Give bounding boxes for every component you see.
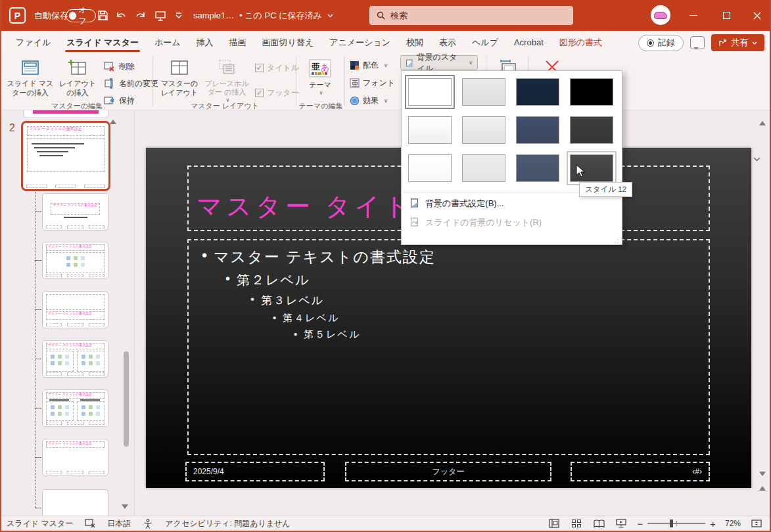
bg-style-swatch[interactable] <box>513 151 563 185</box>
mini-content-icon <box>58 361 62 365</box>
slideshow-view-icon[interactable] <box>615 518 628 529</box>
language-label[interactable]: 日本語 <box>107 518 131 529</box>
ribbon-tab[interactable]: 校閲 <box>398 31 431 54</box>
insert-placeholder-button[interactable]: プレースホルダー の挿入 ∨ <box>201 55 252 104</box>
ribbon-tab[interactable]: スライド マスター <box>58 31 147 54</box>
save-button[interactable] <box>95 0 110 31</box>
mini-content-icon <box>66 256 70 260</box>
bg-style-swatch[interactable] <box>459 113 509 147</box>
ribbon-tab[interactable]: 画面切り替え <box>254 31 322 54</box>
start-slideshow-button[interactable] <box>152 0 168 31</box>
bg-style-swatch[interactable] <box>513 113 563 147</box>
canvas-scrollbar[interactable] <box>759 110 768 516</box>
slide-thumbnail-two-content[interactable]: マスター タイトルの書式設定 <box>42 340 108 378</box>
maximize-button[interactable] <box>711 0 741 31</box>
background-styles-button[interactable]: 背景のスタイル ∨ <box>400 55 478 70</box>
bg-style-swatch-fill <box>408 154 452 182</box>
close-button[interactable] <box>742 0 771 31</box>
reading-view-icon[interactable] <box>592 518 605 529</box>
ribbon-tab[interactable]: 図形の書式 <box>551 31 610 54</box>
undo-button[interactable] <box>113 0 129 31</box>
effects-button[interactable]: 効果 ∨ <box>350 93 388 108</box>
ribbon-tab[interactable]: ファイル <box>8 31 58 54</box>
comments-button[interactable] <box>690 36 705 49</box>
master-layout-button[interactable]: マスターの レイアウト <box>158 55 201 104</box>
bg-style-swatch[interactable] <box>459 151 509 185</box>
slide-thumbnail-content[interactable]: マスター タイトルの書式設定 <box>42 242 108 279</box>
view-name-label[interactable]: スライド マスター <box>7 518 73 529</box>
ribbon-tab[interactable]: アニメーション <box>321 31 398 54</box>
minimize-button[interactable] <box>678 0 709 31</box>
accessibility-icon <box>141 518 154 529</box>
accessibility-status-label[interactable]: アクセシビリティ: 問題ありません <box>165 518 290 529</box>
slide-thumbnail-comparison[interactable]: マスター タイトルの書式設定 <box>42 389 108 427</box>
slide-thumbnail-title-only[interactable]: マスター タイトルの書式設定 <box>42 439 108 476</box>
scroll-up-icon[interactable] <box>759 121 766 125</box>
colors-button[interactable]: 配色 ∨ <box>350 58 388 72</box>
zoom-slider[interactable]: − + <box>637 519 716 529</box>
autosave-toggle[interactable]: オフ <box>66 0 96 31</box>
bg-style-swatch[interactable] <box>513 75 563 109</box>
document-title[interactable]: sample1… • この PC に保存済み <box>193 0 333 31</box>
themes-button[interactable]: 亜あ テーマ ∨ <box>301 55 339 104</box>
slide-sorter-view-icon[interactable] <box>570 518 583 529</box>
delete-button[interactable]: 削除 <box>104 59 135 74</box>
normal-view-icon[interactable] <box>548 518 561 529</box>
dropdown-resize-grip[interactable] <box>614 237 619 244</box>
scroll-down-icon[interactable] <box>122 504 128 509</box>
insert-layout-button[interactable]: レイアウト の挿入 <box>55 55 100 104</box>
bg-style-swatch[interactable] <box>405 75 455 109</box>
thumbnail-partial[interactable] <box>23 110 108 118</box>
share-button[interactable]: 共有 <box>711 34 764 51</box>
bg-style-swatch[interactable] <box>567 113 617 147</box>
slide-thumbnail-title[interactable]: マスター タイトルの書式設定 <box>42 193 108 231</box>
ribbon-tab[interactable]: Acrobat <box>506 31 551 54</box>
mini-footer-box <box>55 185 76 188</box>
panel-scrollbar-thumb[interactable] <box>124 351 129 447</box>
date-placeholder[interactable]: 2025/9/4 <box>185 462 325 481</box>
scroll-up-icon[interactable] <box>110 120 116 124</box>
ribbon-tab[interactable]: ホーム <box>147 31 189 54</box>
doc-name: sample1… <box>193 11 234 20</box>
record-button[interactable]: 記録 <box>638 35 684 51</box>
bg-style-swatch-fill <box>570 78 613 106</box>
zoom-thumb[interactable] <box>670 520 673 527</box>
user-avatar[interactable] <box>651 5 670 25</box>
bg-style-swatch[interactable] <box>405 151 455 185</box>
ribbon-tab[interactable]: ヘルプ <box>464 31 506 54</box>
redo-button[interactable] <box>133 0 149 31</box>
zoom-track[interactable] <box>647 523 705 524</box>
reset-background-menu-item[interactable]: スライドの背景のリセット(R) <box>402 213 622 232</box>
previous-slide-icon[interactable] <box>759 486 766 491</box>
zoom-in-icon[interactable]: + <box>710 519 716 529</box>
mini-title-placeholder: マスター タイトルの書式設定 <box>51 203 100 215</box>
footer-placeholder[interactable]: フッター <box>345 462 551 481</box>
bg-style-swatch[interactable] <box>567 151 617 185</box>
zoom-out-icon[interactable]: − <box>637 519 643 529</box>
app-icon[interactable]: P <box>9 0 26 31</box>
title-checkbox[interactable]: ✓ タイトル <box>255 60 299 75</box>
ribbon-tab[interactable]: 挿入 <box>189 31 222 54</box>
ribbon-tab[interactable]: 表示 <box>431 31 464 54</box>
slide-thumbnail-master[interactable]: マスター タイトルの書式設定 <box>21 121 110 191</box>
slide-number-placeholder[interactable]: ‹#› <box>571 462 710 481</box>
next-slide-icon[interactable] <box>759 472 766 476</box>
customize-qat-button[interactable] <box>171 0 187 31</box>
bg-style-swatch[interactable] <box>459 75 509 109</box>
mini-content-icon <box>82 412 85 416</box>
footer-checkbox[interactable]: ✓ フッター <box>255 85 299 100</box>
insert-slide-master-button[interactable]: スライド マス ターの挿入 <box>7 55 54 104</box>
bg-style-swatch[interactable] <box>567 75 617 109</box>
body-placeholder[interactable]: マスター テキストの書式設定第２レベル第３レベル第４レベル第５レベル <box>187 239 710 455</box>
zoom-percent-label[interactable]: 72% <box>725 519 741 528</box>
bg-style-swatch[interactable] <box>405 113 455 147</box>
minimize-icon <box>689 15 697 16</box>
slide-thumbnail-blank[interactable] <box>42 489 108 516</box>
display-settings-icon[interactable] <box>83 518 97 529</box>
fonts-button[interactable]: 亜 フォント ∨ <box>350 76 404 90</box>
rename-button[interactable]: 名前の変更 <box>104 76 158 91</box>
slide-thumbnail-section[interactable]: マスター タイトルの書式設定 <box>42 291 108 328</box>
search-input[interactable]: 検索 <box>369 6 573 25</box>
fit-to-window-icon[interactable] <box>750 518 763 529</box>
ribbon-tab[interactable]: 描画 <box>222 31 254 54</box>
